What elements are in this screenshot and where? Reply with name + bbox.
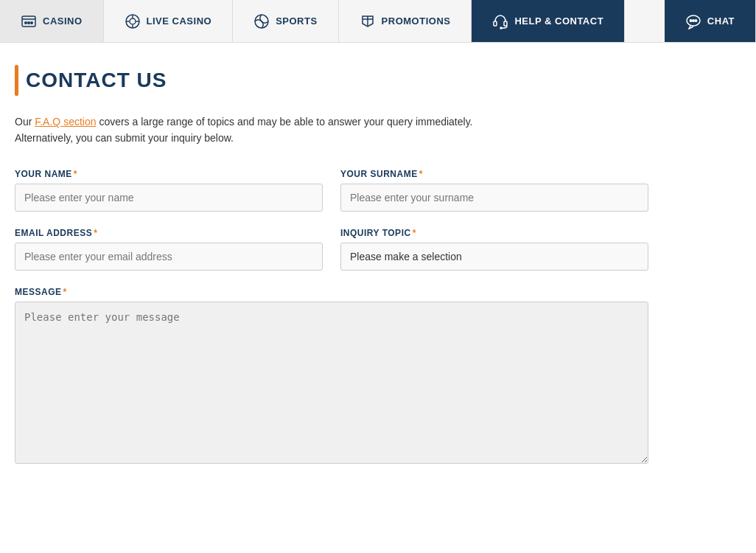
nav-chat-label: CHAT — [707, 15, 735, 27]
intro-text-1: Our — [15, 116, 35, 128]
email-input[interactable] — [15, 243, 323, 271]
form-group-surname: YOUR SURNAME* — [340, 169, 648, 212]
faq-link[interactable]: F.A.Q section — [35, 116, 96, 128]
message-required: * — [63, 287, 67, 297]
svg-rect-14 — [494, 21, 497, 26]
inquiry-select[interactable]: Please make a selection — [340, 243, 648, 271]
casino-icon — [21, 13, 37, 29]
svg-point-19 — [693, 19, 694, 21]
svg-point-20 — [695, 19, 696, 21]
inquiry-label: INQUIRY TOPIC* — [340, 228, 648, 238]
main-nav: CASINO LIVE CASINO SPORTS — [0, 0, 756, 43]
inquiry-required: * — [413, 228, 416, 238]
live-casino-icon — [125, 13, 141, 29]
message-label: MESSAGE* — [15, 287, 648, 297]
svg-point-4 — [31, 21, 32, 23]
nav-live-casino[interactable]: LIVE CASINO — [104, 0, 234, 42]
intro-text-2: covers a large range of topics and may b… — [97, 116, 473, 128]
surname-required: * — [419, 169, 423, 179]
chat-icon — [685, 13, 701, 29]
nav-sports[interactable]: SPORTS — [233, 0, 338, 42]
surname-label: YOUR SURNAME* — [340, 169, 648, 179]
page-title-wrapper: CONTACT US — [15, 65, 648, 96]
svg-rect-0 — [22, 16, 35, 27]
promotions-icon — [360, 13, 376, 29]
name-label: YOUR NAME* — [15, 169, 323, 179]
name-required: * — [74, 169, 77, 179]
svg-point-16 — [500, 27, 502, 29]
nav-casino-label: CASINO — [43, 15, 83, 27]
svg-point-3 — [28, 21, 29, 23]
intro-text-3: Alternatively, you can submit your inqui… — [15, 132, 234, 144]
sports-icon — [253, 13, 270, 29]
email-required: * — [94, 228, 97, 238]
nav-sports-label: SPORTS — [276, 15, 317, 27]
nav-help-contact[interactable]: HELP & CONTACT — [472, 0, 625, 42]
orange-accent-bar — [15, 65, 18, 96]
nav-promotions[interactable]: PROMOTIONS — [339, 0, 472, 42]
form-group-inquiry: INQUIRY TOPIC* Please make a selection — [340, 228, 648, 271]
nav-chat[interactable]: CHAT — [665, 0, 756, 42]
form-group-message: MESSAGE* — [15, 287, 648, 464]
form-group-name: YOUR NAME* — [15, 169, 323, 212]
nav-help-contact-label: HELP & CONTACT — [514, 15, 603, 27]
headset-icon — [492, 13, 508, 29]
svg-point-6 — [130, 18, 136, 24]
main-content: CONTACT US Our F.A.Q section covers a la… — [0, 43, 663, 509]
surname-input[interactable] — [340, 184, 648, 212]
form-row-name: YOUR NAME* YOUR SURNAME* — [15, 169, 648, 212]
nav-live-casino-label: LIVE CASINO — [147, 15, 212, 27]
form-group-email: EMAIL ADDRESS* — [15, 228, 323, 271]
form-row-email: EMAIL ADDRESS* INQUIRY TOPIC* Please mak… — [15, 228, 648, 271]
nav-casino[interactable]: CASINO — [0, 0, 104, 42]
svg-point-18 — [690, 19, 691, 21]
message-textarea[interactable] — [15, 302, 648, 464]
page-title: CONTACT US — [26, 69, 167, 92]
svg-point-2 — [25, 21, 27, 23]
nav-promotions-label: PROMOTIONS — [382, 15, 451, 27]
intro-paragraph: Our F.A.Q section covers a large range o… — [15, 114, 648, 147]
email-label: EMAIL ADDRESS* — [15, 228, 323, 238]
name-input[interactable] — [15, 184, 323, 212]
svg-rect-15 — [504, 21, 507, 26]
